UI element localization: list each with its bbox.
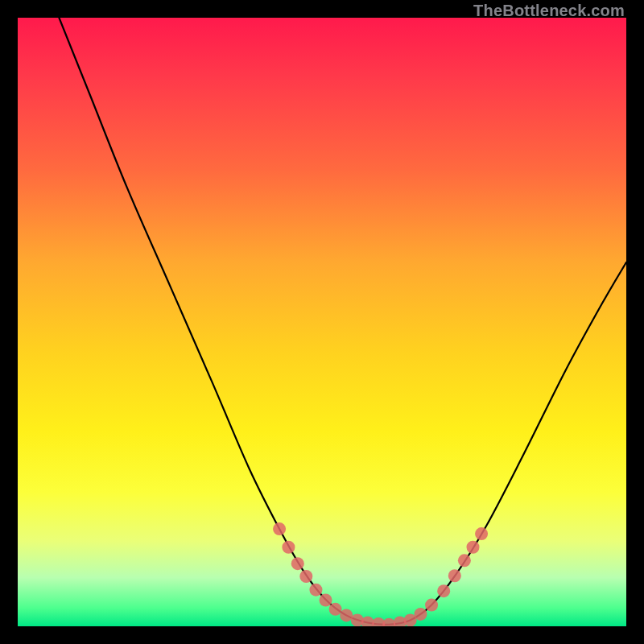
highlight-dot	[291, 557, 304, 570]
highlight-dot	[309, 584, 322, 597]
highlight-dot	[299, 570, 312, 583]
highlight-dot	[448, 569, 461, 582]
highlight-dot	[329, 603, 342, 616]
highlight-dot	[425, 599, 438, 612]
highlight-dot	[437, 584, 450, 597]
highlight-dot	[340, 609, 353, 621]
highlight-dot	[414, 608, 427, 621]
plot-area	[18, 18, 626, 626]
highlight-dots-group	[273, 522, 488, 626]
highlight-dot	[273, 522, 286, 535]
watermark-text: TheBottleneck.com	[473, 2, 625, 20]
chart-frame: TheBottleneck.com	[0, 0, 644, 644]
highlight-dot	[458, 554, 471, 567]
highlight-dot	[282, 541, 295, 554]
chart-svg	[18, 18, 626, 626]
highlight-dot	[466, 541, 479, 554]
highlight-dot	[475, 527, 488, 540]
highlight-dot	[320, 593, 332, 606]
bottleneck-curve	[59, 18, 626, 625]
highlight-dot	[382, 618, 395, 626]
